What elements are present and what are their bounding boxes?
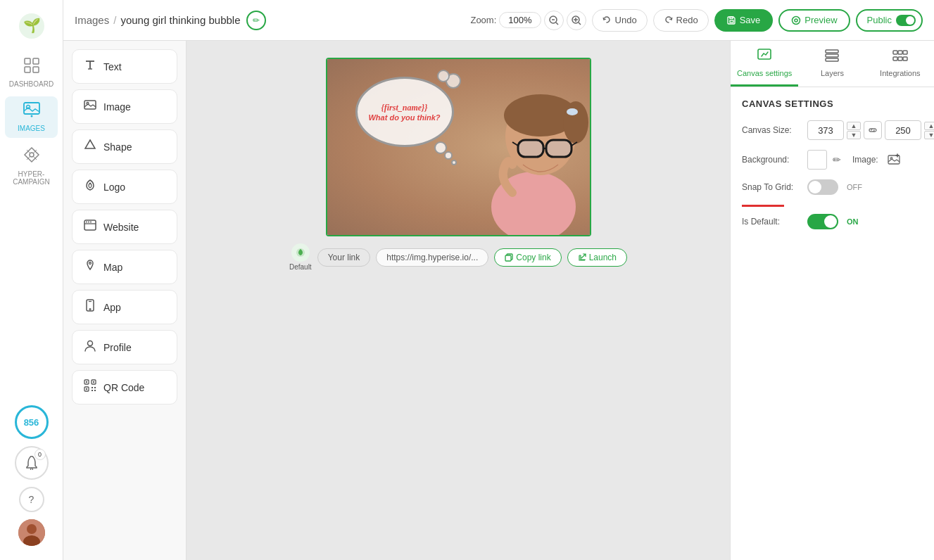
svg-rect-28 <box>84 101 96 109</box>
copy-link-label: Copy link <box>516 253 550 262</box>
svg-point-32 <box>86 222 87 223</box>
image-upload-button[interactable] <box>884 150 904 170</box>
profile-tool-icon <box>84 339 96 355</box>
svg-rect-21 <box>730 20 733 23</box>
size-down-arrow[interactable]: ▼ <box>847 131 861 139</box>
size-down-arrow-2[interactable]: ▼ <box>924 131 934 139</box>
copy-link-button[interactable]: Copy link <box>494 248 561 267</box>
sidebar-item-hyper-campaign[interactable]: HYPER-CAMPAIGN <box>5 141 58 191</box>
score-badge[interactable]: 856 <box>15 405 49 439</box>
background-color-picker[interactable] <box>807 150 827 170</box>
content-area: Text Image Shape <box>63 41 934 560</box>
save-button[interactable]: Save <box>714 9 774 32</box>
canvas-size-row: Canvas Size: ▲ ▼ ▲ ▼ <box>742 120 923 140</box>
background-edit-icon[interactable]: ✏ <box>833 154 841 165</box>
shape-tool-label: Shape <box>103 141 132 153</box>
url-display: https://img.hyperise.io/... <box>376 248 488 267</box>
sidebar-item-images[interactable]: IMAGES <box>5 96 58 138</box>
svg-rect-68 <box>893 57 897 61</box>
tool-image[interactable]: Image <box>72 89 177 124</box>
tab-layers[interactable]: Layers <box>798 41 866 87</box>
snap-to-grid-row: Snap To Grid: OFF <box>742 179 923 195</box>
public-label: Public <box>867 15 892 25</box>
tab-canvas-settings-label: Canvas settings <box>737 69 792 77</box>
svg-point-39 <box>88 341 93 346</box>
layers-icon <box>824 48 840 67</box>
svg-rect-43 <box>86 381 87 383</box>
size-up-arrow-2[interactable]: ▲ <box>924 122 934 130</box>
help-button[interactable]: ? <box>19 487 44 512</box>
link-dimensions-button[interactable] <box>864 121 882 139</box>
svg-rect-70 <box>903 51 907 54</box>
tool-app[interactable]: App <box>72 290 177 324</box>
tab-integrations[interactable]: Integrations <box>866 41 934 87</box>
app-tool-icon <box>84 299 96 315</box>
launch-label: Launch <box>589 253 617 262</box>
user-avatar[interactable] <box>18 519 45 546</box>
canvas-height-input[interactable] <box>885 120 921 140</box>
background-label: Background: <box>742 155 802 165</box>
right-panel: Canvas settings Layers <box>730 41 934 560</box>
is-default-toggle[interactable] <box>807 214 838 229</box>
redo-button[interactable]: Redo <box>653 9 709 32</box>
default-toggle-label: ON <box>847 217 859 226</box>
svg-rect-55 <box>518 140 543 157</box>
canvas-image[interactable]: {first_name}} What do you think? <box>327 59 590 235</box>
svg-rect-5 <box>33 67 39 72</box>
svg-rect-67 <box>898 51 902 54</box>
notifications-button[interactable]: 0 <box>15 446 49 480</box>
canvas-area: {first_name}} What do you think? <box>187 41 730 560</box>
profile-tool-label: Profile <box>103 342 132 353</box>
canvas-settings-panel: CANVAS SETTINGS Canvas Size: ▲ ▼ <box>731 87 934 560</box>
tab-canvas-settings[interactable]: Canvas settings <box>731 41 798 87</box>
right-panel-tabs: Canvas settings Layers <box>731 41 934 87</box>
tool-qr-code[interactable]: QR Code <box>72 370 177 405</box>
svg-point-12 <box>27 524 37 534</box>
your-link-label: Your link <box>317 248 371 267</box>
qr-code-tool-icon <box>84 379 96 395</box>
logo-tool-label: Logo <box>103 182 125 193</box>
zoom-in-button[interactable] <box>567 11 586 30</box>
svg-rect-65 <box>826 58 838 61</box>
sidebar-item-dashboard[interactable]: DASHBOARD <box>5 52 58 94</box>
zoom-out-button[interactable] <box>544 11 564 30</box>
size-up-arrow[interactable]: ▲ <box>847 122 861 130</box>
undo-button[interactable]: Undo <box>592 9 648 32</box>
svg-rect-4 <box>25 67 30 72</box>
default-badge: Default <box>289 243 312 271</box>
svg-point-8 <box>30 115 32 117</box>
tool-logo[interactable]: Logo <box>72 170 177 204</box>
tab-layers-label: Layers <box>821 69 844 77</box>
website-tool-label: Website <box>103 222 139 233</box>
canvas-width-input[interactable] <box>807 120 844 140</box>
tool-shape[interactable]: Shape <box>72 129 177 164</box>
svg-point-10 <box>30 469 32 471</box>
tool-website[interactable]: Website <box>72 210 177 244</box>
svg-point-35 <box>89 262 91 265</box>
snap-to-grid-toggle[interactable] <box>807 179 838 195</box>
public-button[interactable]: Public <box>856 9 923 32</box>
launch-button[interactable]: Launch <box>567 248 627 267</box>
snap-to-grid-label: Snap To Grid: <box>742 182 802 192</box>
tools-panel: Text Image Shape <box>63 41 187 560</box>
background-row: Background: ✏ Image: <box>742 150 923 170</box>
is-default-label: Is Default: <box>742 217 802 227</box>
edit-title-button[interactable]: ✏ <box>246 11 266 30</box>
redo-label: Redo <box>676 15 698 25</box>
image-tool-label: Image <box>103 101 131 113</box>
images-icon <box>23 102 40 122</box>
tool-text[interactable]: Text <box>72 49 177 84</box>
sidebar: 🌱 DASHBOARD IMAGES <box>0 0 63 560</box>
canvas-settings-icon <box>757 48 772 67</box>
tool-map[interactable]: Map <box>72 250 177 284</box>
svg-rect-6 <box>24 103 39 114</box>
svg-rect-3 <box>33 58 39 64</box>
public-toggle[interactable] <box>896 15 916 26</box>
preview-button[interactable]: Preview <box>778 9 850 32</box>
logo[interactable]: 🌱 <box>14 8 49 44</box>
hyper-campaign-icon <box>23 146 40 167</box>
svg-rect-64 <box>826 54 838 57</box>
breadcrumb: Images / young girl thinking bubble <box>75 14 241 26</box>
app-tool-label: App <box>103 302 121 313</box>
tool-profile[interactable]: Profile <box>72 330 177 364</box>
